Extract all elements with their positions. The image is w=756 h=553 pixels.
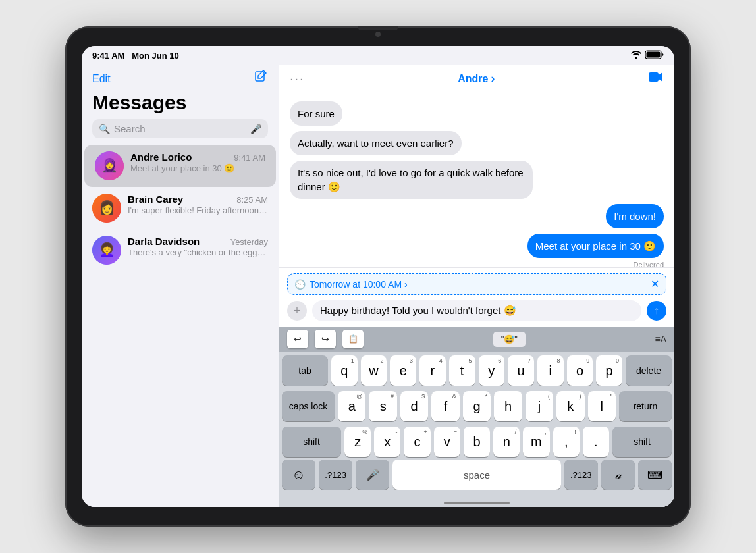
input-row: + Happy birthday! Told you I wouldn't fo… [287,300,666,321]
key-o[interactable]: 9o [567,356,593,386]
message-input-field[interactable]: Happy birthday! Told you I wouldn't forg… [312,300,641,321]
clipboard-button[interactable]: 📋 [342,330,364,348]
edit-button[interactable]: Edit [92,73,111,85]
key-period[interactable]: . [583,427,609,457]
delete-key[interactable]: delete [626,356,672,386]
capslock-key[interactable]: caps lock [282,391,335,421]
shift-left-key[interactable]: shift [282,427,341,457]
key-row-3: shift %z -x +c =v b /n ;m !, . shift [282,427,672,457]
sidebar-header: Edit [82,65,279,92]
search-placeholder: Search [114,123,246,134]
search-bar[interactable]: 🔍 Search 🎤 [92,119,268,138]
status-bar: 9:41 AM Mon Jun 10 [82,46,674,65]
conv-name-brain: Brain Carey [128,194,183,205]
numbers-key-left[interactable]: .?123 [319,460,352,490]
key-k[interactable]: )k [556,391,584,421]
delivered-label: Delivered [634,261,664,267]
schedule-text[interactable]: 🕙 Tomorrow at 10:00 AM › [294,279,408,290]
key-comma[interactable]: !, [553,427,580,457]
key-p[interactable]: 0p [596,356,622,386]
chat-contact-name[interactable]: Andre › [458,72,495,86]
mic-icon: 🎤 [250,124,261,134]
key-i[interactable]: 8i [537,356,564,386]
header-chevron: › [491,72,495,86]
emoji-suggestion[interactable]: "😅" [493,332,526,347]
message-im-down: I'm down! [606,204,664,228]
message-for-sure: For sure [290,101,342,126]
key-x[interactable]: -x [374,427,400,457]
message-nice-out: It's so nice out, I'd love to go for a q… [290,161,533,199]
status-right [473,50,664,61]
svg-text:👩‍🦱: 👩‍🦱 [99,242,115,257]
schedule-close-button[interactable]: ✕ [651,278,659,290]
undo-button[interactable]: ↩ [287,330,308,348]
key-d[interactable]: $d [400,391,428,421]
search-icon: 🔍 [99,124,110,134]
key-v[interactable]: =v [434,427,460,457]
key-a[interactable]: @a [338,391,365,421]
numbers-key-right[interactable]: .?123 [564,460,598,490]
conv-preview-darla: There's a very "chicken or the egg" thin… [128,248,268,257]
key-n[interactable]: /n [493,427,520,457]
key-z[interactable]: %z [344,427,371,457]
conv-time-darla: Yesterday [230,237,268,247]
avatar-andre: 🧕 [95,151,124,180]
key-r[interactable]: 4r [419,356,446,386]
key-y[interactable]: 6y [479,356,505,386]
return-key[interactable]: return [619,391,672,421]
key-f[interactable]: &f [431,391,459,421]
status-time: 9:41 AM Mon Jun 10 [92,51,283,61]
hide-keyboard-key[interactable]: ⌨ [638,460,672,490]
keyboard-toolbar: ↩ ↪ 📋 "😅" ≡A [279,327,674,352]
wifi-icon [631,51,641,61]
conversation-item-brain[interactable]: 👩 Brain Carey 8:25 AM I'm super flexible… [82,187,279,229]
top-button [358,26,398,30]
messages-title: Messages [82,92,279,119]
compose-button[interactable] [254,70,268,88]
key-t[interactable]: 5t [449,356,475,386]
key-u[interactable]: 7u [508,356,534,386]
conv-time-andre: 9:41 AM [234,153,265,163]
space-key[interactable]: space [392,460,560,490]
svg-rect-1 [646,51,660,57]
key-j[interactable]: (j [526,391,553,421]
avatar-brain: 👩 [92,194,121,223]
key-h[interactable]: h [494,391,522,421]
font-size-button[interactable]: ≡A [655,334,666,344]
compose-area: 🕙 Tomorrow at 10:00 AM › ✕ + Happy birth… [279,267,674,327]
redo-button[interactable]: ↪ [315,330,336,348]
key-g[interactable]: *g [463,391,491,421]
send-button[interactable]: ↑ [647,301,666,321]
mic-key[interactable]: 🎤 [356,460,389,490]
add-attachment-button[interactable]: + [287,301,307,321]
key-m[interactable]: ;m [523,427,549,457]
keyboard-rows: tab 1q 2w 3e 4r 5t 6y 7u 8i 9o 0p delete [279,352,674,460]
video-call-button[interactable] [648,71,664,86]
key-e[interactable]: 3e [390,356,416,386]
chat-area: ··· Andre › For sure Actually, want t [279,65,674,507]
key-l[interactable]: "l [588,391,616,421]
conversation-item-andre[interactable]: 🧕 Andre Lorico 9:41 AM Meet at your plac… [84,145,276,187]
key-c[interactable]: +c [404,427,430,457]
conversation-item-darla[interactable]: 👩‍🦱 Darla Davidson Yesterday There's a v… [82,229,279,271]
ipad-device: 9:41 AM Mon Jun 10 [65,26,691,527]
bottom-key-row: ☺ .?123 🎤 space .?123 𝒶 ⌨ [279,460,674,494]
battery-icon [645,50,664,61]
conv-content-darla: Darla Davidson Yesterday There's a very … [128,236,268,257]
message-meet-place: Meet at your place in 30 🙂 [527,234,664,258]
conv-name-andre: Andre Lorico [130,151,192,163]
cursive-key[interactable]: 𝒶 [601,460,635,490]
shift-right-key[interactable]: shift [612,427,672,457]
message-meet-earlier: Actually, want to meet even earlier? [290,131,462,155]
key-w[interactable]: 2w [361,356,387,386]
emoji-key[interactable]: ☺ [282,460,315,490]
key-s[interactable]: #s [369,391,396,421]
key-b[interactable]: b [464,427,490,457]
key-row-1: tab 1q 2w 3e 4r 5t 6y 7u 8i 9o 0p delete [282,356,672,386]
keyboard: ↩ ↪ 📋 "😅" ≡A tab 1q 2w 3e [279,327,674,507]
ipad-screen: 9:41 AM Mon Jun 10 [82,46,674,507]
schedule-banner: 🕙 Tomorrow at 10:00 AM › ✕ [287,273,666,295]
key-q[interactable]: 1q [331,356,358,386]
tab-key[interactable]: tab [282,356,328,386]
conversation-list: 🧕 Andre Lorico 9:41 AM Meet at your plac… [82,145,279,507]
